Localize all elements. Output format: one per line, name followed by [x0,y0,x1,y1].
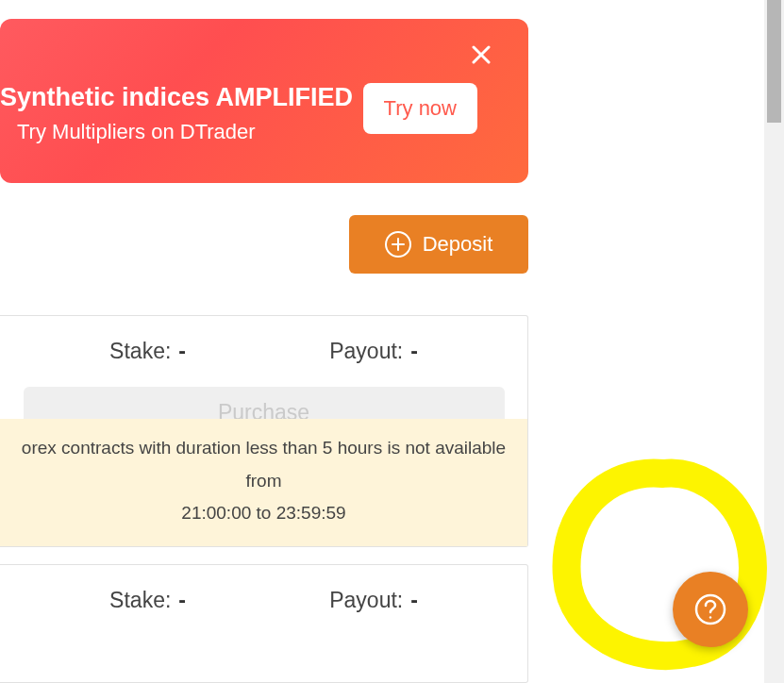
deposit-label: Deposit [423,232,493,257]
close-icon[interactable] [468,42,494,68]
payout-label: Payout: [329,339,403,364]
payout-label: Payout: [329,588,403,613]
scrollbar-thumb[interactable] [767,0,781,123]
promo-banner: Synthetic indices AMPLIFIED Try Multipli… [0,19,528,183]
stake-value: - [178,339,186,364]
stake-label: Stake: [109,339,171,364]
deposit-button[interactable]: Deposit [349,215,528,274]
payout-value: - [410,588,418,613]
warning-message: orex contracts with duration less than 5… [0,419,527,546]
try-now-button[interactable]: Try now [363,83,477,134]
scrollbar-track[interactable] [764,0,784,683]
svg-point-5 [709,616,711,618]
stake-label: Stake: [109,588,171,613]
stake-value: - [178,588,186,613]
payout-value: - [410,339,418,364]
trade-card: Stake: - Payout: - [0,564,528,683]
help-button[interactable] [673,572,748,647]
help-icon [692,591,729,628]
trade-card: Stake: - Payout: - Purchase orex contrac… [0,315,528,547]
plus-circle-icon [385,231,411,258]
